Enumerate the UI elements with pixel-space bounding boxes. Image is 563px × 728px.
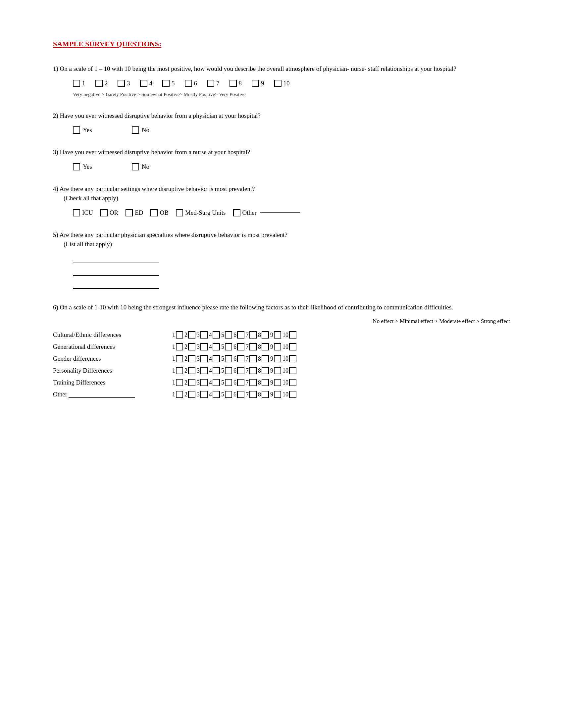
- q6-cultural-5[interactable]: 5: [221, 331, 232, 339]
- q6-generational-10[interactable]: 10: [283, 343, 297, 350]
- q1-option-3[interactable]: 3: [117, 80, 130, 87]
- q4-icu[interactable]: ICU: [73, 209, 93, 216]
- q6-gender-10[interactable]: 10: [283, 355, 297, 362]
- q2-no[interactable]: No: [132, 126, 149, 134]
- q6-training-1[interactable]: 1: [172, 379, 183, 386]
- q6-cultural-4[interactable]: 4: [209, 331, 220, 339]
- q6-training-5[interactable]: 5: [221, 379, 232, 386]
- q6-other-8[interactable]: 8: [258, 391, 269, 398]
- q1-checkbox-10[interactable]: [274, 80, 282, 87]
- q6-generational-1[interactable]: 1: [172, 343, 183, 350]
- q6-other-7[interactable]: 7: [246, 391, 257, 398]
- q6-other-9[interactable]: 9: [270, 391, 281, 398]
- q6-other-10[interactable]: 10: [283, 391, 297, 398]
- q6-cultural-2[interactable]: 2: [184, 331, 195, 339]
- q1-option-2[interactable]: 2: [95, 80, 108, 87]
- q2-yes[interactable]: Yes: [73, 126, 92, 134]
- q3-no[interactable]: No: [132, 163, 149, 170]
- q4-medsurg-checkbox[interactable]: [176, 209, 183, 216]
- q6-generational-5[interactable]: 5: [221, 343, 232, 350]
- q3-no-checkbox[interactable]: [132, 163, 139, 170]
- q6-gender-7[interactable]: 7: [246, 355, 257, 362]
- q6-personality-6[interactable]: 6: [233, 367, 244, 374]
- q6-cultural-10[interactable]: 10: [283, 331, 297, 339]
- q1-checkbox-8[interactable]: [229, 80, 237, 87]
- q6-cultural-9[interactable]: 9: [270, 331, 281, 339]
- q6-cultural-8[interactable]: 8: [258, 331, 269, 339]
- q1-checkbox-5[interactable]: [162, 80, 169, 87]
- q6-cultural-7[interactable]: 7: [246, 331, 257, 339]
- q4-icu-checkbox[interactable]: [73, 209, 80, 216]
- q6-other-6[interactable]: 6: [233, 391, 244, 398]
- q3-yes-checkbox[interactable]: [73, 163, 80, 170]
- q6-other-4[interactable]: 4: [209, 391, 220, 398]
- q4-ob[interactable]: OB: [150, 209, 168, 216]
- q6-cultural-1[interactable]: 1: [172, 331, 183, 339]
- q2-yes-checkbox[interactable]: [73, 126, 80, 134]
- q6-generational-3[interactable]: 3: [197, 343, 208, 350]
- q6-personality-5[interactable]: 5: [221, 367, 232, 374]
- q3-yes[interactable]: Yes: [73, 163, 92, 170]
- q4-ed[interactable]: ED: [125, 209, 143, 216]
- q6-gender-5[interactable]: 5: [221, 355, 232, 362]
- q6-gender-6[interactable]: 6: [233, 355, 244, 362]
- q1-checkbox-2[interactable]: [95, 80, 103, 87]
- q4-medsurg[interactable]: Med-Surg Units: [176, 209, 226, 216]
- q6-other-1[interactable]: 1: [172, 391, 183, 398]
- q4-other[interactable]: Other: [233, 209, 300, 216]
- q6-other-5[interactable]: 5: [221, 391, 232, 398]
- q6-generational-7[interactable]: 7: [246, 343, 257, 350]
- q6-personality-1[interactable]: 1: [172, 367, 183, 374]
- q1-checkbox-3[interactable]: [117, 80, 125, 87]
- q6-personality-4[interactable]: 4: [209, 367, 220, 374]
- q6-training-10[interactable]: 10: [283, 379, 297, 386]
- q6-training-8[interactable]: 8: [258, 379, 269, 386]
- q1-checkbox-7[interactable]: [207, 80, 214, 87]
- q1-option-4[interactable]: 4: [140, 80, 153, 87]
- q1-checkbox-4[interactable]: [140, 80, 147, 87]
- q4-ed-checkbox[interactable]: [125, 209, 133, 216]
- q6-cultural-6[interactable]: 6: [233, 331, 244, 339]
- q1-checkbox-9[interactable]: [252, 80, 259, 87]
- q6-personality-2[interactable]: 2: [184, 367, 195, 374]
- q6-gender-4[interactable]: 4: [209, 355, 220, 362]
- q6-training-4[interactable]: 4: [209, 379, 220, 386]
- q6-gender-3[interactable]: 3: [197, 355, 208, 362]
- q6-personality-9[interactable]: 9: [270, 367, 281, 374]
- q1-option-9[interactable]: 9: [252, 80, 264, 87]
- q6-generational-4[interactable]: 4: [209, 343, 220, 350]
- q6-training-6[interactable]: 6: [233, 379, 244, 386]
- q6-personality-10[interactable]: 10: [283, 367, 297, 374]
- q6-generational-9[interactable]: 9: [270, 343, 281, 350]
- q1-option-10[interactable]: 10: [274, 80, 290, 87]
- q6-training-3[interactable]: 3: [197, 379, 208, 386]
- q6-gender-8[interactable]: 8: [258, 355, 269, 362]
- q1-checkbox-6[interactable]: [185, 80, 192, 87]
- q1-option-6[interactable]: 6: [185, 80, 197, 87]
- q6-personality-7[interactable]: 7: [246, 367, 257, 374]
- q6-training-9[interactable]: 9: [270, 379, 281, 386]
- q6-generational-2[interactable]: 2: [184, 343, 195, 350]
- q1-checkbox-1[interactable]: [73, 80, 80, 87]
- q6-generational-6[interactable]: 6: [233, 343, 244, 350]
- q4-or-checkbox[interactable]: [100, 209, 108, 216]
- q6-gender-1[interactable]: 1: [172, 355, 183, 362]
- q6-gender-2[interactable]: 2: [184, 355, 195, 362]
- q6-cultural-3[interactable]: 3: [197, 331, 208, 339]
- q6-personality-8[interactable]: 8: [258, 367, 269, 374]
- q6-other-3[interactable]: 3: [197, 391, 208, 398]
- q2-no-checkbox[interactable]: [132, 126, 139, 134]
- q1-option-5[interactable]: 5: [162, 80, 175, 87]
- q1-option-8[interactable]: 8: [229, 80, 242, 87]
- q6-training-2[interactable]: 2: [184, 379, 195, 386]
- q4-or[interactable]: OR: [100, 209, 118, 216]
- q1-option-7[interactable]: 7: [207, 80, 219, 87]
- q6-training-7[interactable]: 7: [246, 379, 257, 386]
- q6-personality-3[interactable]: 3: [197, 367, 208, 374]
- q1-option-1[interactable]: 1: [73, 80, 85, 87]
- q4-ob-checkbox[interactable]: [150, 209, 158, 216]
- q6-gender-9[interactable]: 9: [270, 355, 281, 362]
- q4-other-checkbox[interactable]: [233, 209, 240, 216]
- q6-generational-8[interactable]: 8: [258, 343, 269, 350]
- q6-other-2[interactable]: 2: [184, 391, 195, 398]
